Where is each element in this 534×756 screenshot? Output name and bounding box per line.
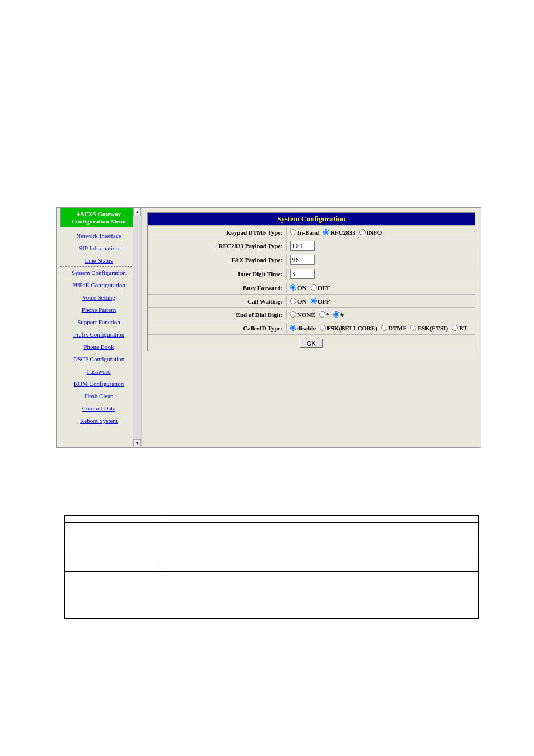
radio-keypad-inband[interactable]: In-Band	[290, 229, 319, 236]
system-configuration-panel: System Configuration Keypad DTMF Type: I…	[147, 212, 475, 351]
sidebar-item-system-configuration[interactable]: System Configuration	[60, 267, 137, 279]
sidebar-item-password[interactable]: Password	[60, 365, 137, 377]
sidebar: 4AFXS Gateway Configuration Menu Network…	[57, 208, 142, 447]
sidebar-item-dscp-configuration[interactable]: DSCP Configuration	[60, 353, 137, 365]
input-inter-digit[interactable]	[290, 269, 315, 279]
radio-eod-star[interactable]: *	[319, 311, 330, 318]
row-end-of-dial: End of Dial Digit: NONE * #	[148, 307, 475, 321]
radio-eod-none[interactable]: NONE	[290, 311, 315, 318]
radio-cid-bt[interactable]: BT	[452, 325, 467, 332]
sidebar-title-line2: Configuration Menu	[72, 218, 126, 225]
sidebar-title-line1: 4AFXS Gateway	[77, 211, 121, 217]
sidebar-header: 4AFXS Gateway Configuration Menu	[60, 208, 137, 227]
value-rfc2833-payload	[287, 239, 475, 253]
sidebar-item-phone-book[interactable]: Phone Book	[60, 340, 137, 353]
input-rfc2833-payload[interactable]	[290, 241, 315, 251]
radio-cid-dtmf[interactable]: DTMF	[381, 325, 406, 332]
ok-row: OK	[148, 334, 475, 351]
value-busy-forward: ON OFF	[287, 283, 475, 293]
input-fax-payload[interactable]	[290, 255, 315, 265]
table-row	[65, 523, 479, 530]
scroll-up-icon[interactable]: ▴	[133, 208, 141, 216]
table-row	[65, 564, 479, 572]
label-end-of-dial: End of Dial Digit:	[148, 310, 287, 320]
table-row	[65, 572, 479, 619]
main-content: System Configuration Keypad DTMF Type: I…	[142, 208, 481, 447]
sidebar-item-flash-clean[interactable]: Flash Clean	[60, 390, 137, 402]
label-callerid: CallerID Type:	[148, 323, 287, 333]
radio-cw-off[interactable]: OFF	[311, 298, 330, 305]
label-rfc2833-payload: RFC2833 Payload Type:	[148, 241, 287, 251]
row-callerid: CallerID Type: disable FSK(BELLCORE) DTM…	[148, 321, 475, 334]
doc-table	[64, 515, 479, 619]
label-call-waiting: Call Waiting:	[148, 296, 287, 306]
value-inter-digit	[287, 267, 475, 281]
value-callerid: disable FSK(BELLCORE) DTMF FSK(ETSI) BT	[287, 323, 475, 333]
row-fax-payload: FAX Payload Type:	[148, 253, 475, 267]
label-busy-forward: Busy Forward:	[148, 283, 287, 293]
radio-cid-disable[interactable]: disable	[290, 325, 316, 332]
sidebar-item-network-interface[interactable]: Network Interface	[60, 230, 137, 242]
ok-button[interactable]: OK	[299, 339, 323, 348]
sidebar-item-reboot-system[interactable]: Reboot System	[60, 414, 137, 427]
radio-cid-fskbell[interactable]: FSK(BELLCORE)	[320, 325, 377, 332]
sidebar-item-rom-configuration[interactable]: ROM Configuration	[60, 377, 137, 390]
sidebar-scrollbar[interactable]: ▴ ▾	[133, 208, 141, 447]
value-fax-payload	[287, 253, 475, 267]
panel-title: System Configuration	[148, 213, 475, 225]
sidebar-item-support-function[interactable]: Support Function	[60, 316, 137, 328]
radio-keypad-rfc2833[interactable]: RFC2833	[323, 229, 355, 236]
row-call-waiting: Call Waiting: ON OFF	[148, 294, 475, 307]
row-inter-digit: Inter Digit Time:	[148, 267, 475, 281]
sidebar-item-commit-data[interactable]: Commit Data	[60, 402, 137, 414]
value-keypad-dtmf: In-Band RFC2833 INFO	[287, 227, 475, 237]
table-row	[65, 530, 479, 557]
sidebar-item-sip-information[interactable]: SIP Information	[60, 242, 137, 254]
row-keypad-dtmf: Keypad DTMF Type: In-Band RFC2833 INFO	[148, 225, 475, 239]
radio-eod-hash[interactable]: #	[333, 311, 344, 318]
table-row	[65, 557, 479, 564]
label-fax-payload: FAX Payload Type:	[148, 255, 287, 265]
sidebar-item-prefix-configuration[interactable]: Prefix Configuration	[60, 328, 137, 340]
radio-cid-fsketsi[interactable]: FSK(ETSI)	[410, 325, 448, 332]
row-busy-forward: Busy Forward: ON OFF	[148, 281, 475, 294]
label-inter-digit: Inter Digit Time:	[148, 269, 287, 279]
radio-keypad-info[interactable]: INFO	[359, 229, 382, 236]
sidebar-item-voice-setting[interactable]: Voice Setting	[60, 291, 137, 304]
app-frame: 4AFXS Gateway Configuration Menu Network…	[56, 207, 481, 448]
scroll-down-icon[interactable]: ▾	[133, 439, 141, 447]
label-keypad-dtmf: Keypad DTMF Type:	[148, 227, 287, 237]
sidebar-item-line-status[interactable]: Line Status	[60, 254, 137, 267]
radio-cw-on[interactable]: ON	[290, 298, 307, 305]
sidebar-item-pppoe-configuration[interactable]: PPPoE Configuration	[60, 279, 137, 291]
sidebar-items: Network Interface SIP Information Line S…	[60, 227, 137, 427]
sidebar-item-phone-pattern[interactable]: Phone Pattern	[60, 304, 137, 316]
value-end-of-dial: NONE * #	[287, 310, 475, 320]
radio-busy-on[interactable]: ON	[290, 284, 307, 291]
value-call-waiting: ON OFF	[287, 296, 475, 306]
row-rfc2833-payload: RFC2833 Payload Type:	[148, 239, 475, 253]
radio-busy-off[interactable]: OFF	[311, 284, 330, 291]
table-row	[65, 516, 479, 523]
